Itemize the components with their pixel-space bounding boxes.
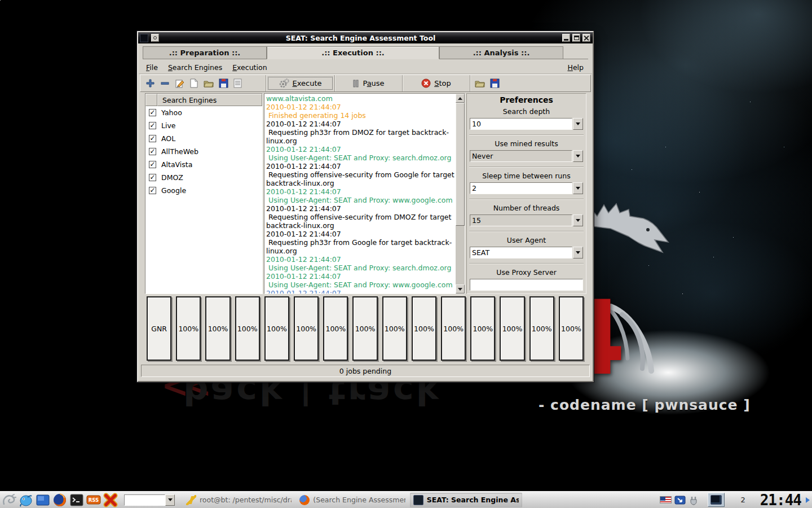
taskbar-window-button[interactable]: (Search Engine Assessment: [296, 493, 408, 507]
engine-checkbox[interactable]: [149, 122, 156, 129]
edit-icon[interactable]: [175, 78, 184, 88]
preference-label: Search depth: [469, 107, 584, 116]
engine-label: Google: [161, 186, 186, 195]
taskbar-window-button[interactable]: SEAT: Search Engine Asse: [410, 493, 522, 507]
expand-arrow-icon[interactable]: [806, 497, 810, 503]
preference-value[interactable]: 10: [470, 118, 572, 130]
terminal-icon[interactable]: [69, 492, 85, 508]
pause-button[interactable]: Pause: [334, 75, 402, 91]
combo-dropdown-button[interactable]: [573, 150, 583, 162]
combo-dropdown-button[interactable]: [573, 247, 583, 259]
remove-icon[interactable]: [160, 78, 170, 88]
engine-checkbox[interactable]: [149, 135, 156, 142]
open-results-icon[interactable]: [475, 79, 485, 88]
save-results-icon[interactable]: [490, 78, 500, 88]
screenshot-tool-icon: [710, 495, 722, 505]
window-body: .:: Preparation ::. .:: Execution ::. .:…: [138, 43, 593, 380]
menu-item[interactable]: Search Engines: [168, 63, 222, 72]
engine-label: Yahoo: [161, 108, 182, 117]
new-file-icon[interactable]: [189, 78, 198, 88]
log-line: 2010-01-12 21:44:07: [266, 289, 454, 294]
engine-row[interactable]: DMOZ: [145, 171, 262, 184]
combo-dropdown-button[interactable]: [573, 182, 583, 194]
engine-row[interactable]: Google: [145, 184, 262, 197]
engine-checkbox[interactable]: [149, 109, 156, 116]
screenshot-tool-button[interactable]: [708, 493, 725, 507]
progress-bar: 100%: [294, 296, 319, 361]
engine-row[interactable]: Live: [145, 119, 262, 132]
thread-progress-row: GNR 100% 100% 100% 100% 100% 100% 100% 1…: [147, 296, 584, 361]
firefox-icon[interactable]: [52, 492, 68, 508]
tab[interactable]: .:: Preparation ::.: [143, 46, 267, 59]
scroll-down-button[interactable]: [456, 284, 465, 294]
log-line: Requesting ph33r from DMOZ for target ba…: [266, 128, 454, 145]
pause-label: Pause: [363, 79, 384, 87]
menu-item[interactable]: File: [146, 63, 158, 72]
engine-label: DMOZ: [161, 173, 183, 182]
menu-item[interactable]: Execution: [232, 63, 267, 72]
preference-value[interactable]: 15: [470, 214, 572, 226]
engine-checkbox[interactable]: [149, 174, 156, 181]
pause-icon: [352, 80, 359, 87]
engine-row[interactable]: AltaVista: [145, 158, 262, 171]
show-desktop-icon[interactable]: [35, 492, 51, 508]
add-icon[interactable]: [145, 78, 155, 88]
scroll-up-button[interactable]: [456, 94, 465, 103]
engine-row[interactable]: Yahoo: [145, 106, 262, 119]
remote-display-icon[interactable]: [674, 496, 686, 505]
taskbar-window-button[interactable]: root@bt: /pentest/misc/drad: [183, 493, 295, 507]
open-folder-icon[interactable]: [204, 79, 214, 88]
network-plug-icon[interactable]: [689, 495, 700, 505]
engine-checkbox[interactable]: [149, 148, 156, 155]
execute-button[interactable]: Execute: [266, 75, 334, 91]
preference-combo[interactable]: 15: [470, 214, 583, 226]
preference-combo[interactable]: 10: [470, 118, 583, 130]
combo-dropdown-button[interactable]: [573, 118, 583, 130]
rss-icon[interactable]: RSS: [86, 492, 102, 508]
preference-label: Use Proxy Server: [469, 268, 584, 277]
minimize-button[interactable]: [562, 34, 570, 42]
menu-help[interactable]: Help: [567, 63, 584, 72]
preference-value[interactable]: Never: [470, 150, 572, 162]
maximize-button[interactable]: [572, 34, 580, 42]
taskbar-clock[interactable]: 21:44: [760, 491, 801, 508]
engine-checkbox[interactable]: [149, 161, 156, 168]
preference-combo[interactable]: Never: [470, 150, 583, 162]
save-icon[interactable]: [219, 78, 228, 88]
engines-header: Search Engines: [145, 94, 262, 106]
desktop-pager-select[interactable]: [124, 494, 175, 506]
preference-combo[interactable]: SEAT: [470, 247, 583, 259]
engines-checkbox-column-header[interactable]: [145, 94, 157, 106]
engine-row[interactable]: AOL: [145, 132, 262, 145]
engine-checkbox[interactable]: [149, 187, 156, 194]
stop-button[interactable]: Stop: [402, 75, 470, 91]
scrollbar-thumb[interactable]: [456, 103, 465, 226]
triangle-down-icon: [458, 288, 462, 291]
close-button[interactable]: [582, 34, 590, 42]
chevron-down-icon: [576, 122, 580, 125]
preference-group: Use mined results Never: [469, 137, 584, 167]
preference-combo[interactable]: 2: [470, 182, 583, 194]
preference-value[interactable]: 2: [470, 182, 572, 194]
keyboard-layout-us-icon[interactable]: [660, 496, 672, 503]
engine-row[interactable]: AllTheWeb: [145, 145, 262, 158]
log-line: 2010-01-12 21:44:07: [266, 230, 454, 238]
preference-combo[interactable]: [470, 279, 583, 291]
engines-column-header[interactable]: Search Engines: [157, 94, 262, 106]
pager-dropdown-button[interactable]: [165, 494, 175, 506]
preference-value[interactable]: [470, 279, 583, 291]
konqueror-icon[interactable]: [18, 492, 34, 508]
backtrack-menu-icon[interactable]: [1, 492, 17, 508]
titlebar[interactable]: SEAT: Search Engine Assessment Tool: [138, 32, 593, 43]
combo-dropdown-button[interactable]: [573, 214, 583, 226]
tab[interactable]: .:: Execution ::.: [267, 46, 439, 59]
preference-value[interactable]: SEAT: [470, 247, 572, 259]
tab[interactable]: .:: Analysis ::.: [439, 46, 563, 59]
notes-icon[interactable]: [233, 78, 242, 88]
pin-button[interactable]: [151, 34, 159, 42]
log-scrollbar[interactable]: [456, 94, 465, 294]
pager-value[interactable]: [124, 494, 165, 506]
close-session-icon[interactable]: [103, 492, 118, 508]
chevron-down-icon: [168, 498, 173, 501]
log-line: Requesting offensive-security from DMOZ …: [266, 213, 454, 230]
